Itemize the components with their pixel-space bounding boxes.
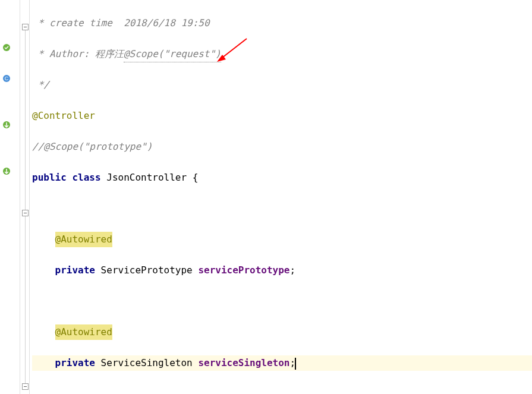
fold-end-icon[interactable] xyxy=(22,24,29,30)
code-line[interactable]: public class JsonController { xyxy=(32,170,532,185)
code-line[interactable]: * Author: 程序汪@Scope("request") xyxy=(32,46,532,62)
code-line[interactable]: //@Scope("prototype") xyxy=(32,139,532,155)
code-line[interactable]: @Autowired xyxy=(32,324,532,340)
svg-text:C: C xyxy=(5,75,9,81)
code-area[interactable]: * create time 2018/6/18 19:50 * Author: … xyxy=(30,0,532,394)
code-line[interactable] xyxy=(32,294,532,309)
autowired-icon[interactable] xyxy=(2,121,11,129)
code-line[interactable]: */ xyxy=(32,77,532,93)
code-line[interactable] xyxy=(32,386,532,394)
fold-start-icon[interactable] xyxy=(22,210,29,216)
editor-container: C * create time 2018/6/18 19:50 * Author… xyxy=(0,0,532,394)
code-line[interactable]: @Autowired xyxy=(32,232,532,247)
spring-bean-icon[interactable] xyxy=(2,43,11,52)
caret xyxy=(295,358,296,370)
gutter: C xyxy=(0,0,30,394)
code-line[interactable]: private ServicePrototype servicePrototyp… xyxy=(32,263,532,278)
code-line[interactable]: @Controller xyxy=(32,108,532,124)
fold-end-icon[interactable] xyxy=(22,383,29,390)
code-line-active[interactable]: private ServiceSingleton serviceSingleto… xyxy=(32,355,532,371)
class-icon[interactable]: C xyxy=(2,74,11,83)
code-line[interactable] xyxy=(32,201,532,216)
code-line[interactable]: * create time 2018/6/18 19:50 xyxy=(32,15,532,31)
autowired-icon[interactable] xyxy=(2,167,11,175)
